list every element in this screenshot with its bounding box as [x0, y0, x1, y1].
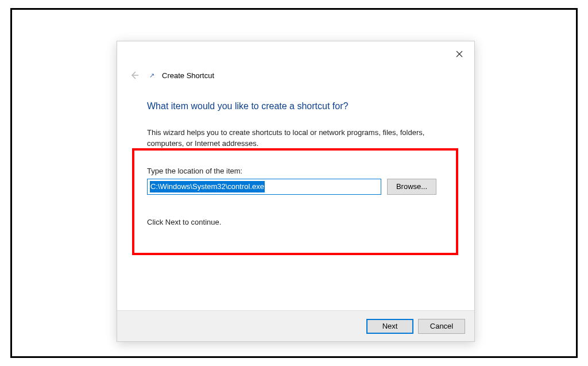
back-button: [127, 68, 141, 82]
page-frame: ↗ Create Shortcut What item would you li…: [10, 8, 578, 358]
shortcut-icon: ↗: [147, 71, 156, 80]
create-shortcut-dialog: ↗ Create Shortcut What item would you li…: [117, 41, 475, 342]
browse-button[interactable]: Browse...: [387, 179, 436, 195]
titlebar: [117, 41, 474, 69]
continue-hint: Click Next to continue.: [147, 218, 457, 226]
next-button[interactable]: Next: [366, 319, 413, 334]
close-button[interactable]: [449, 46, 470, 62]
close-icon: [456, 51, 463, 57]
description-text: This wizard helps you to create shortcut…: [147, 128, 440, 149]
location-input[interactable]: [147, 179, 381, 195]
dialog-title: Create Shortcut: [162, 71, 214, 80]
location-label: Type the location of the item:: [147, 167, 457, 175]
location-input-wrapper: C:\Windows\System32\control.exe: [147, 179, 381, 195]
header-row: ↗ Create Shortcut: [127, 67, 464, 84]
location-input-row: C:\Windows\System32\control.exe Browse..…: [147, 179, 457, 195]
dialog-footer: Next Cancel: [117, 310, 474, 341]
cancel-button[interactable]: Cancel: [418, 319, 465, 334]
main-question: What item would you like to create a sho…: [147, 101, 457, 111]
back-arrow-icon: [129, 70, 140, 80]
dialog-content: What item would you like to create a sho…: [147, 93, 457, 301]
